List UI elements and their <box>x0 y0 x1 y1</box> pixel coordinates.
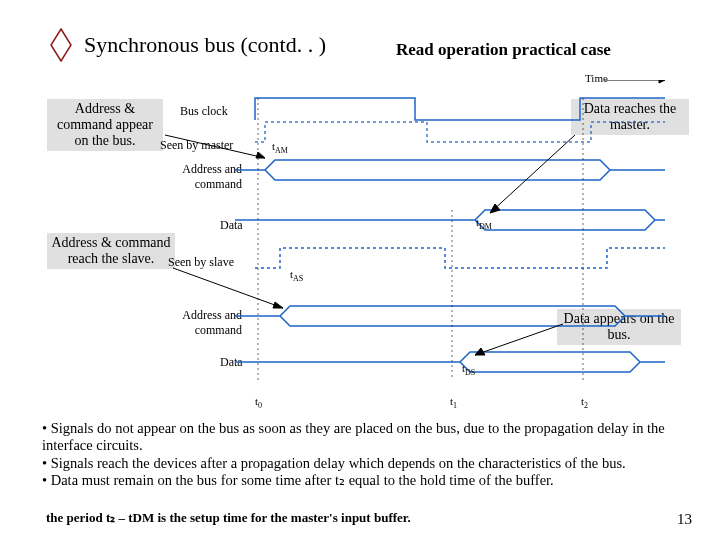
t-as: tAS <box>290 268 303 283</box>
timing-diagram <box>165 80 685 380</box>
svg-line-8 <box>490 135 575 213</box>
callout-addr-cmd-appear: Address & command appear on the bus. <box>46 98 164 152</box>
setup-time-note: the period t₂ – tDM is the setup time fo… <box>46 510 411 526</box>
bullet-2: • Signals reach the devices after a prop… <box>42 455 687 472</box>
page-title: Synchronous bus (contd. . ) <box>84 32 326 58</box>
t1: t1 <box>450 395 457 410</box>
svg-marker-11 <box>273 302 283 308</box>
t2: t2 <box>581 395 588 410</box>
svg-marker-7 <box>256 152 265 158</box>
svg-line-12 <box>475 324 563 355</box>
bullet-1: • Signals do not appear on the bus as so… <box>42 420 687 455</box>
t0: t0 <box>255 395 262 410</box>
callout-addr-cmd-reach: Address & command reach the slave. <box>46 232 176 270</box>
svg-marker-2 <box>659 80 665 83</box>
page-number: 13 <box>677 511 692 528</box>
svg-line-10 <box>173 268 283 308</box>
svg-line-6 <box>165 135 265 158</box>
bullet-3: • Data must remain on the bus for some t… <box>42 472 687 489</box>
subtitle: Read operation practical case <box>396 40 611 60</box>
diamond-icon <box>50 28 72 62</box>
svg-marker-0 <box>51 29 71 61</box>
t-ds: tDS <box>462 362 475 377</box>
t-dm: tDM <box>476 216 492 231</box>
bullet-list: • Signals do not appear on the bus as so… <box>42 420 687 490</box>
t-am: tAM <box>272 140 288 155</box>
